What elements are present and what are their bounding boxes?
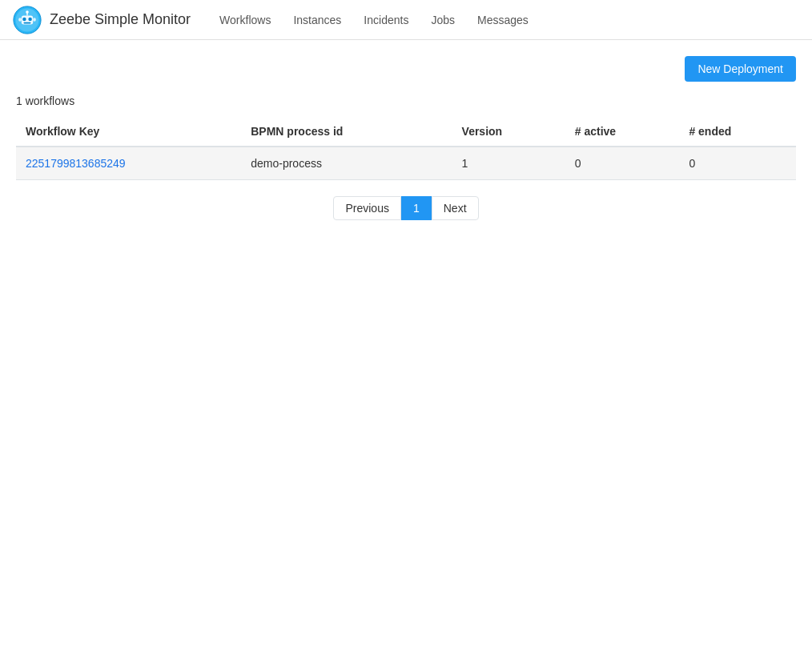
svg-rect-5 [24, 22, 31, 23]
svg-point-3 [22, 17, 26, 21]
workflows-table: Workflow Key BPMN process id Version # a… [16, 117, 796, 180]
table-header-row: Workflow Key BPMN process id Version # a… [16, 117, 796, 147]
brand-link[interactable]: Zeebe Simple Monitor [13, 6, 191, 34]
cell-version: 1 [452, 147, 565, 180]
svg-rect-8 [18, 18, 22, 22]
table-header: Workflow Key BPMN process id Version # a… [16, 117, 796, 147]
nav-link-jobs[interactable]: Jobs [421, 7, 464, 33]
cell-ended: 0 [679, 147, 796, 180]
nav-link-instances[interactable]: Instances [283, 7, 351, 33]
nav-link-incidents[interactable]: Incidents [354, 7, 418, 33]
nav-link-messages[interactable]: Messages [468, 7, 538, 33]
nav-item-incidents: Incidents [354, 14, 418, 26]
nav-menu: Workflows Instances Incidents Jobs Messa… [210, 14, 538, 26]
page-1-button[interactable]: 1 [401, 196, 432, 220]
workflows-count: 1 workflows [16, 94, 796, 107]
svg-rect-9 [33, 18, 36, 22]
cell-bpmn-process-id: demo-process [241, 147, 452, 180]
brand-title: Zeebe Simple Monitor [50, 11, 191, 28]
nav-item-jobs: Jobs [421, 14, 464, 26]
svg-point-4 [28, 17, 32, 21]
nav-item-messages: Messages [468, 14, 538, 26]
table-row: 2251799813685249 demo-process 1 0 0 [16, 147, 796, 180]
main-content: New Deployment 1 workflows Workflow Key … [0, 40, 812, 236]
col-header-workflow-key: Workflow Key [16, 117, 241, 147]
col-header-bpmn-process-id: BPMN process id [241, 117, 452, 147]
cell-workflow-key: 2251799813685249 [16, 147, 241, 180]
col-header-version: Version [452, 117, 565, 147]
col-header-ended: # ended [679, 117, 796, 147]
workflow-key-link[interactable]: 2251799813685249 [26, 157, 126, 170]
brand-logo-icon [13, 6, 42, 34]
nav-item-workflows: Workflows [210, 14, 280, 26]
previous-button[interactable]: Previous [333, 196, 400, 220]
table-body: 2251799813685249 demo-process 1 0 0 [16, 147, 796, 180]
col-header-active: # active [565, 117, 680, 147]
top-bar: New Deployment [16, 56, 796, 82]
svg-point-7 [26, 10, 29, 14]
navbar: Zeebe Simple Monitor Workflows Instances… [0, 0, 812, 40]
cell-active: 0 [565, 147, 680, 180]
new-deployment-button[interactable]: New Deployment [685, 56, 796, 82]
nav-item-instances: Instances [283, 14, 351, 26]
next-button[interactable]: Next [432, 196, 479, 220]
pagination: Previous 1 Next [16, 196, 796, 220]
nav-link-workflows[interactable]: Workflows [210, 7, 280, 33]
